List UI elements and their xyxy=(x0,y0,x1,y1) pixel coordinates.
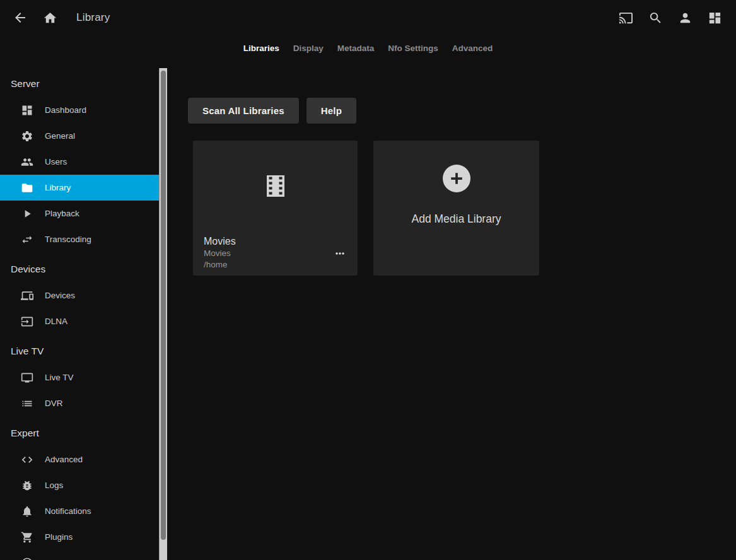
sidebar-item-label: DLNA xyxy=(45,317,67,326)
sidebar-item-label: Notifications xyxy=(45,506,91,516)
sidebar-item-label: Users xyxy=(45,157,67,166)
sidebar-section-title: Server xyxy=(0,74,159,93)
sidebar-item-general[interactable]: General xyxy=(0,123,159,149)
dashboard-icon xyxy=(21,104,33,117)
dashboard-icon xyxy=(708,11,722,25)
sidebar-item-advanced[interactable]: Advanced xyxy=(0,446,159,472)
library-card-menu-button[interactable] xyxy=(331,247,349,260)
sidebar-section-title: Live TV xyxy=(0,342,159,361)
film-icon xyxy=(267,175,284,197)
plus-icon xyxy=(443,165,470,192)
cart-icon xyxy=(21,531,33,544)
sidebar-item-label: Live TV xyxy=(45,373,74,382)
folder-icon xyxy=(21,182,33,194)
user-icon xyxy=(678,11,692,25)
add-media-library-label: Add Media Library xyxy=(411,213,501,226)
list-icon xyxy=(21,397,33,410)
help-button[interactable]: Help xyxy=(307,98,356,124)
library-card-path: /home xyxy=(204,259,347,271)
input-icon xyxy=(21,315,33,328)
cast-icon xyxy=(619,11,633,25)
back-button[interactable] xyxy=(8,5,33,30)
dashboard-button[interactable] xyxy=(702,5,727,30)
tab-nfo-settings[interactable]: Nfo Settings xyxy=(388,40,438,57)
users-icon xyxy=(21,156,33,168)
sidebar-item-label: General xyxy=(45,131,75,141)
tab-metadata[interactable]: Metadata xyxy=(337,40,375,57)
sidebar-scrollbar-thumb[interactable] xyxy=(161,71,166,540)
settings-tab-bar: Libraries Display Metadata Nfo Settings … xyxy=(0,35,736,61)
sidebar-scrollbar[interactable] xyxy=(159,68,167,560)
play-icon xyxy=(21,207,33,220)
library-card-movies[interactable]: Movies Movies /home xyxy=(193,141,358,276)
sidebar-item-library[interactable]: Library xyxy=(0,175,159,201)
sidebar-item-playback[interactable]: Playback xyxy=(0,201,159,226)
sidebar-item-dlna[interactable]: DLNA xyxy=(0,308,159,334)
sidebar-item-label: Dashboard xyxy=(45,105,86,115)
add-media-library-card[interactable]: Add Media Library xyxy=(373,141,539,276)
sidebar-item-devices[interactable]: Devices xyxy=(0,283,159,308)
more-horizontal-icon xyxy=(334,247,346,260)
library-content: Scan All Libraries Help xyxy=(167,61,736,560)
sidebar-section-devices: Devices Devices DLNA xyxy=(0,260,159,334)
sidebar-item-logs[interactable]: Logs xyxy=(0,472,159,498)
cast-button[interactable] xyxy=(613,5,638,30)
sidebar-item-plugins[interactable]: Plugins xyxy=(0,524,159,550)
tab-display[interactable]: Display xyxy=(293,40,324,57)
sidebar-item-notifications[interactable]: Notifications xyxy=(0,498,159,524)
swap-arrows-icon xyxy=(21,233,33,246)
clock-icon xyxy=(21,557,33,560)
code-icon xyxy=(21,453,33,466)
search-button[interactable] xyxy=(643,5,668,30)
home-button[interactable] xyxy=(37,5,62,30)
page-title: Library xyxy=(76,11,110,24)
tv-icon xyxy=(21,371,33,384)
search-icon xyxy=(648,11,663,25)
library-card-type: Movies xyxy=(204,248,347,259)
sidebar-item-scheduled-tasks[interactable]: Scheduled Tasks xyxy=(0,550,159,560)
gear-icon xyxy=(21,130,33,143)
scan-all-libraries-button[interactable]: Scan All Libraries xyxy=(188,98,299,124)
sidebar-item-users[interactable]: Users xyxy=(0,149,159,175)
sidebar-item-label: Library xyxy=(45,183,71,192)
sidebar-section-title: Expert xyxy=(0,424,159,443)
user-button[interactable] xyxy=(672,5,698,30)
arrow-back-icon xyxy=(13,10,28,25)
bug-icon xyxy=(21,479,33,492)
top-app-bar: Library xyxy=(0,0,736,35)
sidebar-section-server: Server Dashboard General xyxy=(0,74,159,252)
bell-icon xyxy=(21,505,33,518)
tab-libraries[interactable]: Libraries xyxy=(243,40,279,57)
library-card-image-area xyxy=(193,141,358,231)
sidebar-item-label: DVR xyxy=(45,399,63,408)
sidebar-item-transcoding[interactable]: Transcoding xyxy=(0,226,159,252)
sidebar-section-title: Devices xyxy=(0,260,159,279)
tab-advanced[interactable]: Advanced xyxy=(452,40,493,57)
sidebar-item-label: Logs xyxy=(45,481,63,490)
home-icon xyxy=(43,11,57,25)
sidebar-section-expert: Expert Advanced Logs xyxy=(0,424,159,560)
sidebar-section-live-tv: Live TV Live TV DVR xyxy=(0,342,159,416)
sidebar-item-live-tv[interactable]: Live TV xyxy=(0,365,159,390)
sidebar-item-label: Advanced xyxy=(45,455,83,464)
devices-icon xyxy=(21,289,33,302)
sidebar-item-label: Devices xyxy=(45,291,75,300)
sidebar-item-label: Plugins xyxy=(45,532,73,542)
sidebar-item-dashboard[interactable]: Dashboard xyxy=(0,97,159,123)
library-card-title: Movies xyxy=(204,235,347,248)
sidebar-item-label: Playback xyxy=(45,209,79,218)
admin-sidebar: Server Dashboard General xyxy=(0,61,167,560)
sidebar-item-label: Transcoding xyxy=(45,235,91,244)
sidebar-item-dvr[interactable]: DVR xyxy=(0,390,159,416)
